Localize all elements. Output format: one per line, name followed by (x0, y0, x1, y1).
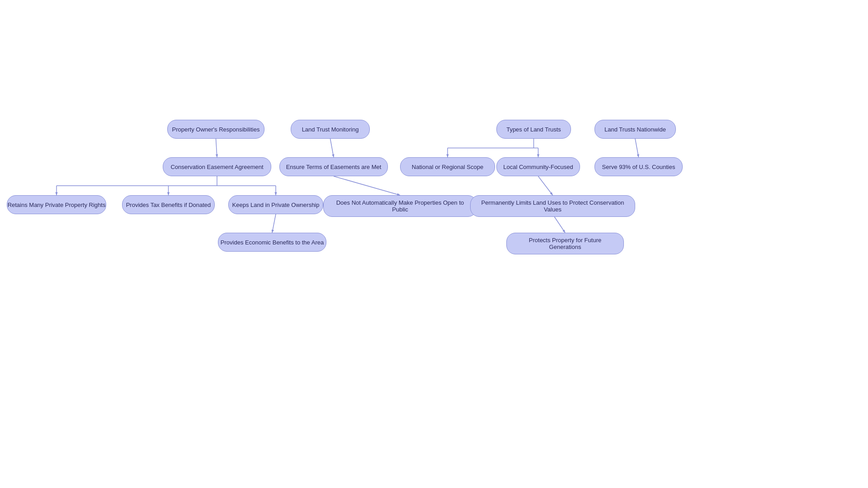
node-does-not-auto: Does Not Automatically Make Properties O… (323, 195, 477, 217)
node-conservation-easement: Conservation Easement Agreement (163, 157, 271, 176)
node-provides-tax: Provides Tax Benefits if Donated (122, 195, 215, 214)
node-retains-private: Retains Many Private Property Rights (7, 195, 106, 214)
svg-marker-11 (637, 154, 639, 157)
svg-marker-3 (332, 154, 334, 157)
node-ensure-terms: Ensure Terms of Easements are Met (279, 157, 388, 176)
node-protects-property: Protects Property for Future Generations (506, 233, 624, 254)
svg-line-22 (538, 176, 553, 195)
svg-marker-27 (562, 230, 565, 233)
svg-line-26 (553, 214, 566, 233)
node-land-trusts-nationwide: Land Trusts Nationwide (594, 120, 676, 139)
node-national-regional: National or Regional Scope (400, 157, 495, 176)
node-provides-economic: Provides Economic Benefits to the Area (218, 233, 326, 252)
node-land-trust-monitoring: Land Trust Monitoring (291, 120, 370, 139)
svg-line-10 (635, 139, 639, 157)
node-permanently-limits: Permanently Limits Land Uses to Protect … (470, 195, 635, 217)
node-keeps-land: Keeps Land in Private Ownership (228, 195, 323, 214)
svg-line-20 (334, 176, 400, 195)
node-serve-93: Serve 93% of U.S. Counties (594, 157, 683, 176)
diagram-container: Property Owner's Responsibilities Land T… (0, 0, 868, 488)
node-types-of-land-trusts: Types of Land Trusts (496, 120, 571, 139)
svg-line-0 (216, 139, 217, 157)
svg-marker-1 (216, 154, 218, 157)
connector-layer (0, 0, 868, 488)
svg-line-24 (272, 214, 276, 233)
node-local-community: Local Community-Focused (496, 157, 580, 176)
svg-line-2 (330, 139, 334, 157)
svg-marker-23 (550, 192, 552, 195)
node-property-owner-resp: Property Owner's Responsibilities (167, 120, 264, 139)
svg-marker-25 (272, 230, 274, 233)
